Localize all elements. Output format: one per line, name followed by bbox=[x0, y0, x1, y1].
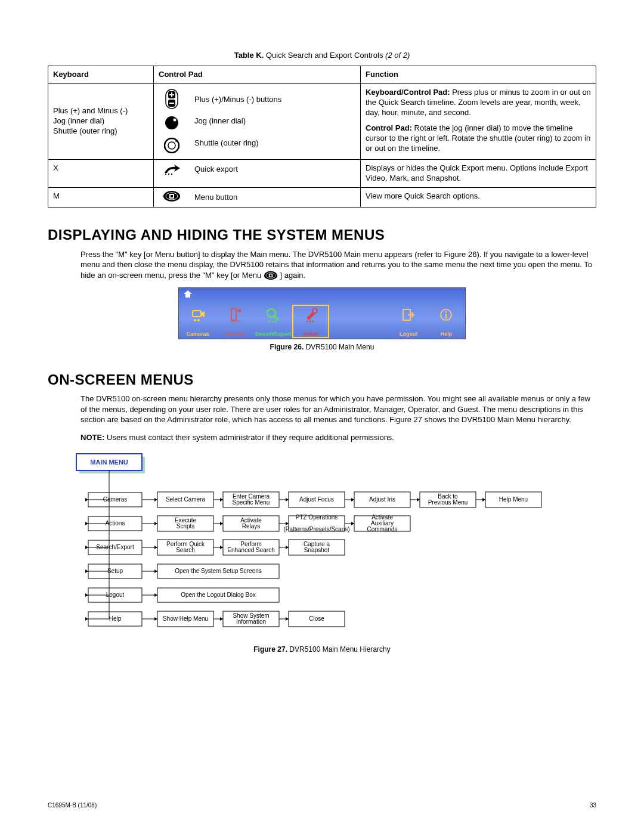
svg-point-36 bbox=[309, 321, 311, 323]
svg-text:Snapshot: Snapshot bbox=[304, 547, 329, 553]
menu-item-icon bbox=[390, 304, 428, 326]
hierarchy-node: Open the Logout Dialog Box bbox=[157, 588, 279, 602]
menu-item-label: Logout bbox=[390, 331, 428, 338]
svg-marker-70 bbox=[417, 498, 420, 501]
svg-marker-126 bbox=[154, 569, 157, 573]
menu-item-label: Setup bbox=[292, 331, 329, 338]
fig27-title: DVR5100 Main Menu Hierarchy bbox=[289, 645, 390, 654]
svg-text:Enhanced Search: Enhanced Search bbox=[227, 547, 275, 553]
menu-item-icon bbox=[428, 304, 465, 326]
menu-item-cameras: Cameras bbox=[179, 304, 216, 339]
svg-text:Relays: Relays bbox=[242, 523, 261, 529]
svg-marker-48 bbox=[85, 498, 88, 501]
svg-marker-78 bbox=[85, 522, 88, 525]
hierarchy-node: Help Menu bbox=[485, 492, 541, 507]
menu-item-help: Help bbox=[428, 304, 465, 339]
menu-item-label: Help bbox=[428, 331, 465, 338]
cp-label: Plus (+)/Minus (-) buttons bbox=[194, 95, 355, 105]
svg-point-37 bbox=[312, 321, 314, 323]
section1-p1a: Press the "M" key [or Menu button] to di… bbox=[80, 250, 592, 280]
row1-keyboard: Plus (+) and Minus (-) Jog (inner dial) … bbox=[53, 106, 148, 137]
svg-line-30 bbox=[274, 316, 278, 320]
section-heading: ON-SCREEN MENUS bbox=[48, 370, 596, 389]
menu-item-logout: Logout bbox=[390, 304, 428, 339]
svg-point-23 bbox=[194, 319, 196, 321]
cp-label: Menu button bbox=[194, 193, 355, 203]
svg-marker-103 bbox=[85, 546, 88, 549]
footer-left: C1695M-B (11/08) bbox=[48, 801, 97, 809]
func-kb-label: Keyboard/Control Pad: bbox=[366, 88, 450, 97]
quick-export-icon bbox=[163, 163, 180, 175]
section2-note: NOTE: Users must contact their system ad… bbox=[80, 432, 596, 443]
svg-rect-21 bbox=[270, 275, 271, 277]
menu-item-search-export: Search/Export bbox=[254, 304, 292, 339]
svg-marker-108 bbox=[154, 546, 157, 549]
hierarchy-node: Enter CameraSpecific Menu bbox=[223, 492, 279, 507]
svg-point-6 bbox=[165, 116, 178, 129]
svg-text:Previous Menu: Previous Menu bbox=[428, 499, 468, 506]
menu-item-icon bbox=[216, 304, 254, 326]
hierarchy-node: ActivateAuxiliaryCommands bbox=[354, 514, 410, 532]
menu-button-icon bbox=[163, 190, 181, 202]
cp-label: Quick export bbox=[194, 165, 355, 175]
table-row: Plus (+) and Minus (-) Jog (inner dial) … bbox=[48, 83, 596, 159]
svg-text:Scripts: Scripts bbox=[177, 523, 195, 529]
th-function: Function bbox=[361, 66, 596, 83]
hierarchy-node: Adjust Iris bbox=[354, 492, 410, 507]
menu-item-label: Search/Export bbox=[254, 331, 292, 338]
hierarchy-node: Perform QuickSearch bbox=[157, 540, 213, 555]
svg-marker-134 bbox=[154, 593, 157, 597]
section1-p1b: ] again. bbox=[280, 271, 306, 280]
table-row: X Quick export Displays or hides the Qui… bbox=[48, 159, 596, 187]
svg-point-26 bbox=[231, 321, 233, 323]
menu-item-icon bbox=[292, 304, 329, 326]
svg-rect-25 bbox=[231, 308, 236, 320]
hierarchy-node: Close bbox=[289, 611, 345, 627]
hierarchy-node: Show Help Menu bbox=[157, 611, 213, 627]
section-heading: DISPLAYING AND HIDING THE SYSTEM MENUS bbox=[48, 225, 596, 244]
svg-marker-151 bbox=[286, 617, 289, 621]
svg-text:Information: Information bbox=[236, 618, 266, 625]
svg-text:PTZ Operations: PTZ Operations bbox=[296, 514, 338, 521]
svg-text:Help: Help bbox=[109, 615, 122, 622]
menu-item-icon bbox=[179, 304, 216, 326]
note-text: Users must contact their system administ… bbox=[104, 433, 394, 442]
svg-marker-130 bbox=[85, 593, 88, 597]
hierarchy-node: ActivateRelays bbox=[223, 516, 279, 531]
svg-point-28 bbox=[237, 321, 239, 323]
row2-keyboard: X bbox=[48, 159, 154, 187]
svg-rect-41 bbox=[445, 314, 447, 318]
hierarchy-node: PerformEnhanced Search bbox=[223, 540, 279, 555]
row2-func: Displays or hides the Quick Export menu.… bbox=[361, 159, 596, 187]
footer-right: 33 bbox=[590, 801, 596, 809]
plus-minus-icon bbox=[165, 89, 178, 109]
controls-table: Keyboard Control Pad Function Plus (+) a… bbox=[48, 66, 596, 208]
svg-text:Adjust Iris: Adjust Iris bbox=[369, 496, 395, 503]
svg-text:Open the System Setup Screens: Open the System Setup Screens bbox=[175, 568, 262, 574]
hierarchy-node: Select Camera bbox=[157, 492, 213, 507]
svg-marker-142 bbox=[154, 617, 157, 621]
svg-marker-61 bbox=[286, 498, 289, 501]
table-row: M Menu button View more Quick Search opt… bbox=[48, 187, 596, 208]
svg-point-7 bbox=[174, 118, 177, 121]
svg-point-12 bbox=[168, 174, 169, 175]
jog-icon bbox=[164, 115, 179, 131]
table-header-row: Keyboard Control Pad Function bbox=[48, 66, 596, 83]
svg-marker-88 bbox=[220, 522, 223, 525]
svg-point-31 bbox=[268, 321, 270, 323]
svg-rect-3 bbox=[169, 94, 174, 95]
svg-point-40 bbox=[445, 311, 447, 313]
hierarchy-node: Adjust Focus bbox=[289, 492, 345, 507]
table-caption-label: Table K. bbox=[234, 51, 264, 60]
svg-text:Select Camera: Select Camera bbox=[166, 496, 206, 503]
shuttle-icon bbox=[163, 137, 181, 154]
figure-27-caption: Figure 27. DVR5100 Main Menu Hierarchy bbox=[48, 645, 596, 655]
svg-text:Adjust Focus: Adjust Focus bbox=[299, 496, 334, 503]
svg-marker-65 bbox=[351, 498, 354, 501]
svg-point-9 bbox=[168, 142, 175, 149]
note-label: NOTE: bbox=[80, 433, 104, 442]
menu-item-setup: Setup bbox=[292, 304, 329, 339]
home-icon bbox=[184, 290, 192, 298]
svg-text:Specific Menu: Specific Menu bbox=[233, 499, 270, 506]
svg-marker-52 bbox=[154, 498, 157, 501]
